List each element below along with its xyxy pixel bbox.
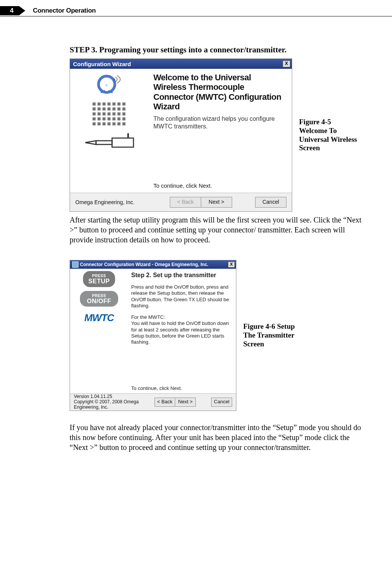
svg-marker-8: [85, 141, 96, 145]
close-icon[interactable]: X: [283, 60, 290, 67]
wizard2-continue-hint: To continue, click Next.: [131, 385, 182, 391]
chapter-title: Connector Operation: [33, 6, 96, 15]
figure-4-5-caption: Figure 4-5 Welcome To Universal Wireless…: [299, 118, 360, 153]
paragraph-1: After starting the setup utility program…: [70, 215, 369, 245]
next-button[interactable]: Next >: [175, 398, 196, 407]
wizard2-body: PRESS SETUP PRESS ON/OFF MWTC Step 2. Se…: [70, 269, 236, 393]
wizard2-heading: Step 2. Set up the transmitter: [131, 272, 231, 279]
omega-logo-icon: ®: [95, 73, 124, 98]
dot-grid-icon: [93, 102, 126, 126]
cancel-button[interactable]: Cancel: [255, 197, 286, 208]
wizard1-titlebar: Configuration Wizard X: [70, 59, 292, 69]
wizard1-heading: Welcome to the Universal Wireless Thermo…: [153, 73, 286, 111]
wizard2-content: Step 2. Set up the transmitter Press and…: [128, 269, 236, 393]
wizard1-subtext: The configuration wizard helps you confi…: [153, 115, 286, 130]
setup-button-icon: PRESS SETUP: [83, 271, 115, 287]
back-button[interactable]: < Back: [170, 197, 201, 208]
next-button[interactable]: Next >: [201, 197, 232, 208]
header-rule: [0, 16, 392, 16]
wizard2-footer-left: Version 1.04.11.25 Copyright © 2007, 200…: [74, 394, 155, 410]
svg-rect-1: [101, 90, 105, 93]
chapter-header: 4 Connector Operation: [0, 0, 392, 19]
connector-configuration-wizard-window: Connector Configuration Wizard - Omega E…: [70, 260, 236, 411]
figure-4-6-caption: Figure 4-6 Setup The Transmitter Screen: [243, 322, 304, 348]
wizard2-app-icon: [72, 261, 78, 268]
page: 4 Connector Operation STEP 3. Programing…: [0, 0, 392, 583]
svg-rect-6: [112, 138, 133, 147]
content-column: STEP 3. Programing your settings into a …: [70, 23, 369, 452]
probe-icon: [83, 133, 136, 152]
wizard2-title: Connector Configuration Wizard - Omega E…: [80, 262, 208, 267]
chapter-arrow: [0, 6, 19, 15]
wizard2-paragraph-2: For the MWTC: You will have to hold the …: [131, 314, 231, 345]
cancel-button[interactable]: Cancel: [211, 398, 232, 407]
figure-4-5-row: Configuration Wizard X: [70, 58, 369, 212]
wizard1-sidebar-graphic: ®: [70, 69, 149, 193]
svg-rect-7: [96, 141, 112, 145]
back-button[interactable]: < Back: [155, 398, 176, 407]
svg-rect-2: [108, 90, 112, 93]
wizard1-continue-hint: To continue, click Next.: [153, 182, 212, 189]
wizard2-sidebar-graphic: PRESS SETUP PRESS ON/OFF MWTC: [70, 269, 128, 393]
wizard2-paragraph-1: Press and hold the On/Off button, press …: [131, 284, 231, 309]
wizard2-titlebar: Connector Configuration Wizard - Omega E…: [70, 260, 236, 269]
chapter-number: 4: [10, 6, 13, 15]
wizard1-footer-label: Omega Engineering, Inc.: [75, 199, 135, 205]
svg-point-3: [114, 79, 115, 80]
wizard1-title: Configuration Wizard: [73, 61, 131, 67]
wizard1-footer: Omega Engineering, Inc. < Back Next > Ca…: [70, 193, 292, 211]
figure-4-6-row: Connector Configuration Wizard - Omega E…: [70, 260, 369, 411]
configuration-wizard-window: Configuration Wizard X: [70, 58, 292, 212]
pill-onoff-big: ON/OFF: [80, 298, 118, 305]
step-heading: STEP 3. Programing your settings into a …: [70, 45, 369, 55]
wizard1-content: Welcome to the Universal Wireless Thermo…: [149, 69, 292, 193]
mwtc-brand-text: MWTC: [85, 312, 114, 324]
pill-setup-small: PRESS: [83, 273, 115, 278]
wizard1-body: ®: [70, 69, 292, 193]
wizard2-footer: Version 1.04.11.25 Copyright © 2007, 200…: [70, 393, 236, 411]
wizard2-version: Version 1.04.11.25: [74, 394, 155, 399]
svg-text:®: ®: [106, 84, 108, 87]
pill-setup-big: SETUP: [83, 278, 115, 285]
pill-onoff-small: PRESS: [80, 292, 118, 298]
paragraph-2: If you have not already placed your conn…: [70, 422, 369, 452]
onoff-button-icon: PRESS ON/OFF: [80, 291, 118, 307]
close-icon[interactable]: X: [228, 261, 235, 268]
wizard2-copyright: Copyright © 2007, 2008 Omega Engineering…: [74, 399, 155, 410]
